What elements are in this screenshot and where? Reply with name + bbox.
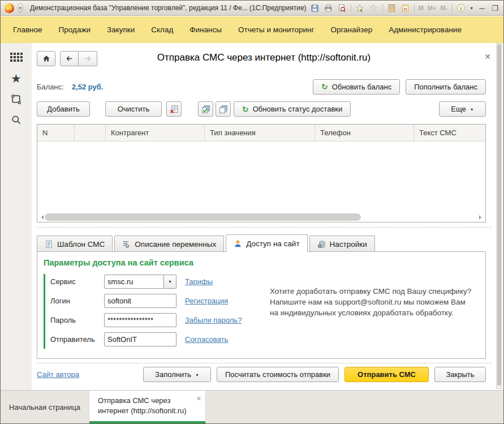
tab-nastroiki[interactable]: Настройки (309, 235, 375, 252)
menu-finansy[interactable]: Финансы (189, 25, 222, 34)
login-label: Логин (50, 297, 104, 305)
svg-text:31: 31 (403, 7, 407, 11)
active-tab-underline (89, 421, 205, 423)
scrollbar-thumb[interactable] (497, 44, 501, 386)
maximize-button[interactable]: ❒ (490, 4, 499, 12)
uncheck-all-icon (219, 105, 228, 114)
favorites-icon[interactable] (369, 3, 378, 12)
menu-zakupki[interactable]: Закупки (107, 25, 135, 34)
menu-glavnoe[interactable]: Главное (13, 25, 42, 34)
clear-button[interactable]: Очистить (105, 101, 162, 117)
approve-sender-link[interactable]: Согласовать (185, 335, 228, 344)
form-area: Отправка СМС через интернет (http://soft… (32, 43, 503, 390)
calculator-icon[interactable] (387, 3, 397, 12)
column-flag[interactable] (75, 125, 106, 141)
scroll-right-icon[interactable] (479, 215, 484, 220)
support-note-line: Напишите нам на support@softonit.ru мы п… (270, 297, 473, 307)
support-note-line: Хотите доработать отправку СМС под Вашу … (270, 286, 473, 297)
balance-row: Баланс: 2,52 руб. ↻ Обновить баланс Попо… (37, 78, 486, 95)
tab-otpravka-sms[interactable]: Отправка СМС через интернет (http://soft… (89, 391, 206, 423)
scroll-left-icon[interactable] (39, 215, 44, 220)
vertical-scrollbar[interactable] (496, 43, 502, 389)
password-label: Пароль (50, 316, 104, 324)
memory-recall-button[interactable]: M (419, 5, 424, 11)
tab-dostup-na-sait[interactable]: Доступ на сайт (226, 234, 307, 252)
add-favorite-icon[interactable] (355, 3, 365, 12)
tab-nachalnaya-stranica[interactable]: Начальная страница (1, 391, 89, 423)
scrollbar-thumb[interactable] (45, 213, 361, 221)
column-tekst-sms[interactable]: Текст СМС (414, 125, 485, 141)
footer-actions: Сайт автора Заполнить ▼ Посчитать стоимо… (37, 367, 486, 382)
topup-balance-button[interactable]: Пополнить баланс (406, 79, 486, 95)
system-menu-button[interactable]: ▼ (18, 3, 23, 12)
refresh-icon: ↻ (242, 105, 249, 113)
column-tip-znacheniya[interactable]: Тип значения (205, 125, 315, 141)
tab-shablon-sms[interactable]: Шаблон СМС (37, 235, 113, 252)
fill-button[interactable]: Заполнить ▼ (143, 367, 211, 382)
delete-row-button[interactable] (166, 101, 182, 117)
panel-heading: Параметры доступа на сайт сервиса (44, 258, 193, 267)
service-dropdown-button[interactable]: ▼ (164, 275, 176, 289)
form-header: Отправка СМС через интернет (http://soft… (37, 51, 491, 67)
print-icon[interactable] (324, 3, 333, 12)
calc-cost-button[interactable]: Посчитать стоимость отправки (217, 367, 339, 382)
check-all-icon (201, 105, 210, 114)
column-telefon[interactable]: Телефон (315, 125, 414, 141)
more-button[interactable]: Еще ▼ (439, 101, 486, 117)
memory-add-button[interactable]: M+ (428, 5, 437, 11)
tab-opisanie-peremennykh[interactable]: Описание переменных (114, 235, 224, 252)
forgot-password-link[interactable]: Забыли пароль? (185, 316, 242, 324)
tab-close-icon[interactable]: ✕ (196, 393, 201, 404)
save-icon[interactable] (310, 3, 320, 12)
app-window: 1С ▼ Демонстрационная база "Управление т… (0, 0, 504, 424)
close-form-button[interactable]: Закрыть (434, 367, 486, 382)
calendar-icon[interactable]: 31 (400, 3, 410, 12)
service-combobox[interactable] (104, 275, 164, 289)
tab-label-line1: Отправка СМС через (98, 396, 194, 406)
send-sms-button[interactable]: Отправить СМС (344, 367, 429, 382)
service-label: Сервис (50, 277, 104, 286)
balance-label: Баланс: (37, 83, 64, 91)
info-icon[interactable]: i (456, 3, 466, 12)
history-icon[interactable] (10, 92, 23, 106)
refresh-balance-button[interactable]: ↻ Обновить баланс (313, 79, 400, 95)
column-kontragent[interactable]: Контрагент (106, 125, 205, 141)
functions-menu-icon[interactable] (10, 50, 23, 64)
toolbar: Добавить Очистить ↻ Обновить статус дост… (37, 101, 486, 117)
menu-otchety[interactable]: Отчеты и мониторинг (238, 25, 314, 34)
titlebar-separator (351, 4, 351, 12)
sender-label: Отправитель (50, 335, 104, 344)
form-close-icon[interactable]: ✕ (484, 52, 491, 61)
set-flags-button[interactable] (198, 101, 213, 117)
chevron-down-icon: ▼ (195, 373, 199, 377)
access-panel: Параметры доступа на сайт сервиса Сервис… (37, 251, 486, 359)
menu-prodazhi[interactable]: Продажи (59, 25, 91, 34)
menu-organizer[interactable]: Органайзер (330, 25, 372, 34)
refresh-icon: ↻ (321, 83, 328, 91)
refresh-status-button[interactable]: ↻ Обновить статус доставки (234, 101, 351, 117)
add-button[interactable]: Добавить (37, 101, 90, 117)
tariffs-link[interactable]: Тарифы (185, 277, 213, 286)
titlebar-separator (382, 4, 383, 12)
tool-panel: ★ (1, 43, 32, 390)
info-dropdown-icon[interactable]: ▼ (469, 6, 473, 10)
password-field[interactable] (104, 313, 176, 327)
author-site-link[interactable]: Сайт автора (37, 370, 79, 379)
menu-administrirovanie[interactable]: Администрирование (389, 25, 462, 34)
menu-sklad[interactable]: Склад (151, 25, 173, 34)
login-field[interactable] (104, 294, 176, 308)
sms-table: N Контрагент Тип значения Телефон Текст … (37, 124, 486, 222)
clear-flags-button[interactable] (216, 101, 231, 117)
search-icon[interactable] (10, 113, 23, 127)
main-menu: Главное Продажи Закупки Склад Финансы От… (1, 16, 503, 43)
sender-field[interactable] (104, 332, 176, 346)
tab-strip: Шаблон СМС Описание переменных Доступ на… (37, 234, 377, 252)
minimize-button[interactable]: ─ (477, 4, 486, 12)
column-n[interactable]: N (37, 125, 75, 141)
preview-icon[interactable] (337, 3, 347, 12)
table-body-empty[interactable] (37, 142, 485, 212)
favorites-panel-icon[interactable]: ★ (10, 71, 23, 85)
memory-subtract-button[interactable]: M- (440, 5, 447, 11)
horizontal-scrollbar[interactable] (37, 212, 485, 222)
registration-link[interactable]: Регистрация (185, 297, 228, 305)
